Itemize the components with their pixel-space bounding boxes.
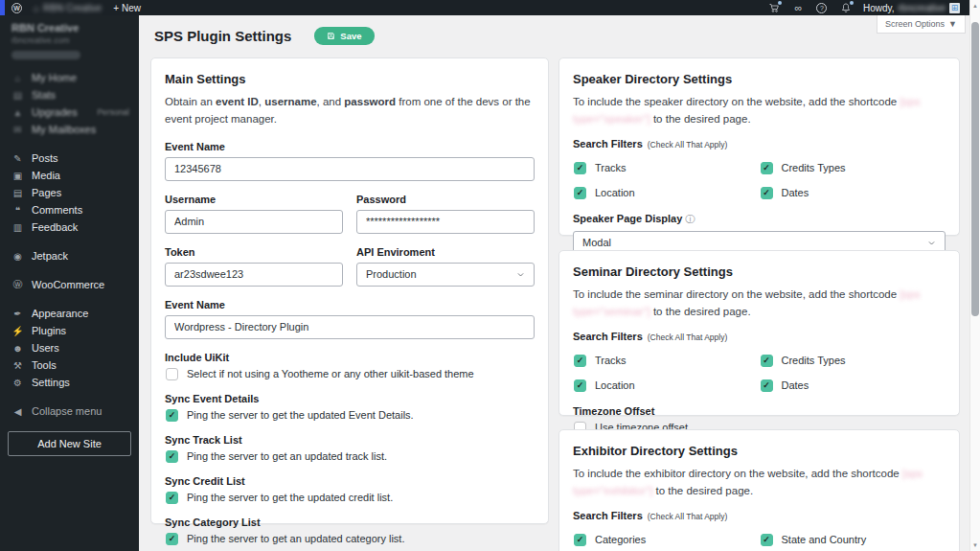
mailbox-icon: ✉ — [11, 125, 24, 135]
collapse-arrow-icon: ◀ — [11, 406, 24, 417]
token-input[interactable] — [165, 263, 343, 287]
jetpack-icon: ◉ — [11, 251, 24, 262]
help-icon[interactable]: ? — [815, 1, 829, 14]
cart-notification-dot — [778, 1, 782, 5]
seminar-filters-grid: ✓Tracks ✓Credits Types ✓Location ✓Dates — [573, 352, 946, 393]
main-settings-panel: Main Settings Obtain an event ID, userna… — [150, 57, 549, 524]
filter-tracks-checkbox[interactable]: ✓ — [574, 162, 586, 174]
panel-intro: Obtain an event ID, username, and passwo… — [165, 94, 535, 128]
filter-state-country-checkbox[interactable]: ✓ — [761, 534, 773, 546]
sidebar-menu: ⌂My Home ▤Stats ▲UpgradesPersonal ✉My Ma… — [0, 69, 139, 420]
sync-track-list-label: Sync Track List — [165, 434, 535, 446]
save-floppy-icon — [327, 32, 335, 40]
sidebar-item-my-mailboxes[interactable]: ✉My Mailboxes — [0, 121, 139, 138]
sync-credit-list-checkbox[interactable]: ✓ — [166, 492, 178, 504]
sidebar-item-users[interactable]: ☻Users — [0, 339, 139, 356]
sidebar-item-pages[interactable]: ▤Pages — [0, 184, 139, 201]
info-icon[interactable]: ⓘ — [685, 214, 695, 224]
username-input[interactable] — [165, 210, 343, 234]
woocommerce-icon: ⓦ — [11, 278, 24, 291]
vertical-scrollbar[interactable]: ▲ ▼ — [969, 0, 980, 551]
account-user-name: rbncreative — [899, 3, 946, 13]
password-label: Password — [356, 194, 535, 205]
admin-bar-site-menu[interactable]: ⌂ RBN Creative — [34, 3, 102, 13]
scroll-up-arrow[interactable]: ▲ — [970, 3, 980, 9]
sidebar-item-stats[interactable]: ▤Stats — [0, 86, 139, 103]
new-content-button[interactable]: + New — [113, 3, 141, 13]
notifications-bell-icon[interactable] — [839, 1, 853, 14]
sync-track-list-checkbox[interactable]: ✓ — [166, 450, 178, 463]
cart-icon[interactable] — [767, 1, 781, 14]
panel-title: Exhibitor Directory Settings — [573, 444, 946, 458]
sync-category-list-checkbox[interactable]: ✓ — [166, 533, 178, 545]
panel-title: Speaker Directory Settings — [573, 72, 946, 86]
appearance-brush-icon: ✒ — [11, 309, 24, 319]
panel-intro: To include the seminar directory on the … — [573, 287, 946, 321]
account-menu[interactable]: Howdy, rbncreative ⊞ — [863, 3, 960, 13]
sidebar-item-comments[interactable]: ❝Comments — [0, 201, 139, 218]
include-uikit-row: ✓ Select if not using a Yootheme or any … — [166, 368, 535, 380]
wordpress-logo-icon[interactable]: W — [11, 3, 22, 13]
api-environment-label: API Enviroment — [356, 246, 535, 258]
sidebar-site-domain: rbncreative.com — [11, 35, 127, 45]
filter-credits-types-checkbox[interactable]: ✓ — [761, 162, 773, 174]
password-input[interactable] — [356, 210, 535, 234]
api-environment-select[interactable]: Production — [356, 263, 535, 287]
sidebar-item-posts[interactable]: ✎Posts — [0, 149, 139, 167]
sidebar-site-button[interactable] — [11, 51, 80, 59]
scroll-down-arrow[interactable]: ▼ — [970, 542, 980, 548]
include-uikit-checkbox[interactable]: ✓ — [166, 368, 178, 380]
settings-gear-icon: ⚙ — [11, 378, 24, 388]
admin-bar: W ⌂ RBN Creative + New ∞ ? Howdy, rbncre… — [0, 0, 969, 15]
sidebar-item-feedback[interactable]: ▥Feedback — [0, 218, 139, 236]
filter-dates-checkbox[interactable]: ✓ — [761, 379, 773, 392]
sync-track-list-row: ✓ Ping the server to get an updated trac… — [166, 450, 535, 463]
page-title: SPS Plugin Settings — [154, 28, 291, 44]
sidebar-item-tools[interactable]: ⚒Tools — [0, 356, 139, 374]
sync-credit-list-row: ✓ Ping the server to get the updated cre… — [166, 492, 535, 504]
bell-notification-dot — [850, 1, 854, 5]
exhibitor-directory-panel: Exhibitor Directory Settings To include … — [558, 429, 960, 551]
search-filters-heading: Search Filters (Check All That Apply) — [573, 331, 946, 342]
sidebar-item-jetpack[interactable]: ◉Jetpack — [0, 247, 139, 264]
scrollbar-thumb[interactable] — [971, 22, 979, 316]
sync-event-details-checkbox[interactable]: ✓ — [166, 409, 178, 422]
search-filters-heading: Search Filters (Check All That Apply) — [573, 510, 946, 521]
filter-tracks-checkbox[interactable]: ✓ — [574, 355, 586, 367]
upgrades-plan-badge: Personal — [97, 107, 129, 117]
speaker-directory-panel: Speaker Directory Settings To include th… — [558, 57, 960, 236]
accent-strip — [0, 0, 5, 15]
filter-credits-types-checkbox[interactable]: ✓ — [761, 355, 773, 367]
screen-options-tab[interactable]: Screen Options ▼ — [877, 15, 966, 34]
home-icon: ⌂ — [11, 73, 24, 83]
reader-icon[interactable]: ∞ — [791, 1, 805, 14]
add-new-site-button[interactable]: Add New Site — [8, 431, 131, 456]
sidebar-item-my-home[interactable]: ⌂My Home — [0, 69, 139, 86]
filter-row: ✓Tracks — [574, 162, 760, 174]
filter-row: ✓Location — [574, 379, 760, 392]
sidebar-site-name: RBN Creative — [11, 22, 127, 34]
event-name-input[interactable] — [165, 315, 535, 339]
sidebar-item-upgrades[interactable]: ▲UpgradesPersonal — [0, 103, 139, 121]
filter-location-checkbox[interactable]: ✓ — [574, 379, 586, 392]
sync-event-details-label: Sync Event Details — [165, 393, 535, 404]
collapse-menu-button[interactable]: ◀Collapse menu — [0, 402, 139, 420]
sidebar-item-woocommerce[interactable]: ⓦWooCommerce — [0, 276, 139, 293]
filter-row: ✓Location — [574, 187, 760, 199]
filter-categories-checkbox[interactable]: ✓ — [574, 534, 586, 546]
sidebar-item-settings[interactable]: ⚙Settings — [0, 374, 139, 391]
sidebar-item-plugins[interactable]: ⚡Plugins — [0, 322, 139, 339]
home-icon: ⌂ — [34, 3, 39, 13]
include-uikit-label: Include UiKit — [165, 352, 535, 363]
sidebar-item-media[interactable]: ▣Media — [0, 167, 139, 184]
filter-dates-checkbox[interactable]: ✓ — [761, 187, 773, 199]
save-button[interactable]: Save — [314, 27, 374, 45]
filter-location-checkbox[interactable]: ✓ — [574, 187, 586, 199]
event-number-input[interactable] — [165, 157, 535, 181]
plugin-icon: ⚡ — [11, 326, 24, 336]
sidebar-site-card[interactable]: RBN Creative rbncreative.com — [0, 15, 139, 63]
sync-category-list-row: ✓ Ping the server to get an updated cate… — [166, 533, 535, 545]
stats-icon: ▤ — [11, 90, 24, 101]
sidebar-item-appearance[interactable]: ✒Appearance — [0, 305, 139, 322]
upgrades-icon: ▲ — [11, 107, 24, 118]
